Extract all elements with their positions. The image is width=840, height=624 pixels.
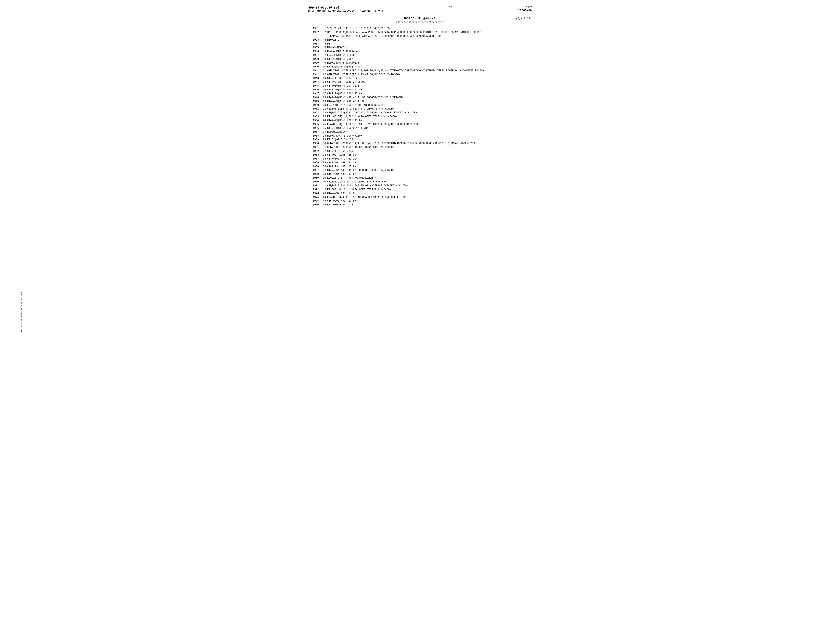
row-num2: 8 (320, 57, 327, 61)
table-row: 195424С147=29(ВП)! 760! 17,8• (308, 119, 532, 122)
row-num1: 1952 (308, 111, 320, 115)
row-content: С121=1791! 0,6! ! СТОИМОСТЬ М/К КОЛОНН• (327, 180, 532, 184)
row-num2: 5 (320, 46, 327, 49)
row-num2: 45 (320, 199, 327, 203)
row-num2: 28 (320, 134, 327, 138)
row-content: СТЦ142(Р19)! 0,6! 4о9•15,6! МАСЛЯНАЯ ОКР… (327, 184, 532, 188)
row-num1: 1953 (308, 115, 320, 119)
row-content: Р3• (327, 42, 532, 46)
row-num1: 1970 (308, 180, 320, 184)
table-row: 194515С147=10(ВП)! 10! 32,1• (308, 84, 532, 88)
row-num1: 1933 (308, 38, 320, 42)
row-num2: 20 (320, 103, 327, 107)
row-content: Е7=<85(ВП)! 0,76! ! УСТАНОВКА СТАЛЬНЫХ Н… (327, 115, 532, 119)
table-row: 195828П2#КАРКАС ;В ОСЯХ4=13#• (308, 134, 532, 138)
row-num2: 4 (320, 42, 327, 46)
row-content: Е7=Ž85! 0,16! ! УСТАНОВКА СТАЛЬНЫХ НАСАС… (327, 188, 532, 192)
row-num2: 16 (320, 88, 327, 92)
row-content: С147=29(ВП)! 562•951! 17,8• (327, 127, 532, 130)
row-content: Н10=16,3• (327, 38, 532, 42)
table-row: 195020Е9=31(ВП)! 1,962! ! МОНТАЖ М/К КОЛ… (308, 103, 532, 107)
row-num2: 17 (320, 92, 327, 96)
row-num1: 1959 (308, 138, 320, 142)
row-content: С147=26(ВП)! 300! 41,3• (327, 88, 532, 92)
row-num1: 1936 (308, 49, 320, 53)
row-content: Е7=32(А2=3,6)! 22• (327, 138, 532, 142)
table-row: 194919С147=29(ВП)! 492,4! 17,8• (308, 100, 532, 103)
row-content: С147=29(ВП)! 760! 17,8• (327, 119, 532, 122)
row-num1: 1940 (308, 65, 320, 69)
row-content: Е7==<85(ВП)! 0,266• (327, 53, 532, 57)
row-num2: 27 (320, 130, 327, 134)
row-num2: 37 (320, 168, 327, 172)
table-row: 194616С147=26(ВП)! 300! 41,3• (308, 88, 532, 92)
section-underline: р3==со2=в9=д=ос=обо=о=5=е=ос=е= (364, 21, 476, 23)
table-row: 196939Е9=31! 0,6! ! МОНТАЖ М/К КОЛОНН• (308, 176, 532, 180)
row-content: П2#КАРКАС В ОСЯХ1=34• (327, 49, 532, 53)
row-content: 60Б=70001 ССП9=5! 13,6! 80,6! ТОЖЕ ИЗ БМ… (327, 145, 532, 149)
doc-title: 409-15-93с.86 (m) (308, 6, 383, 9)
row-content: ! КАРКАС ВАРИАНТ ТЕМПЕРАТУРА =-20ГР ЦЕЛЬ… (327, 34, 532, 38)
row-num1: 1934 (308, 42, 320, 46)
row-num2: 24 (320, 119, 327, 122)
row-num1: 1956 (308, 127, 320, 130)
section-params: (П,И,Т 33) (476, 17, 532, 20)
data-table: 1931193937! И9ПГВ9! ! ! 1,1! ! ! ! 8437,… (308, 26, 532, 207)
row-content: Е9=31(ВП)! 1,962! ! МОНТАЖ М/К КОЛОНН• (327, 103, 532, 107)
table-row: 197040С121=1791! 0,6! ! СТОИМОСТЬ М/К КО… (308, 180, 532, 184)
row-num2: 31 (320, 145, 327, 149)
section-title-block: ИСХОДНЫЕ ДАННЫЕ р3==со2=в9=д=ос=обо=о=5=… (364, 15, 476, 26)
row-num1: 1932 (308, 31, 320, 34)
row-content: 93937! И9ПГВ9! ! ! 1,1! ! ! ! 8437,89! М… (327, 26, 532, 31)
row-num2: 26 (320, 127, 327, 130)
row-num1: 1938 (308, 57, 320, 61)
row-num1: 1974 (308, 195, 320, 199)
row-num1: 1943 (308, 76, 320, 80)
page-number: 75 (449, 6, 452, 9)
row-num1: 1949 (308, 100, 320, 103)
table-row: 19603060Б=70001 ССП9=5! 1,1! 80,6=0,82,2… (308, 142, 532, 145)
row-num2: 22 (320, 111, 327, 115)
row-num2: 23 (320, 115, 327, 119)
table-row: 196737С147=26г 44Б! 41,3! ДОПОЛНИТЕЛЬНЫЕ… (308, 168, 532, 172)
row-num1: 1948 (308, 96, 320, 100)
row-content: С147=1! 186! 22,9• (327, 149, 532, 153)
row-content: С147=29д 16Б! 17,8• (327, 165, 532, 168)
row-num1: 1944 (308, 80, 320, 84)
header-right-block: 3937 25665-00 (518, 6, 532, 12)
row-num1: 1965 (308, 161, 320, 165)
table-row: ! КАРКАС ВАРИАНТ ТЕМПЕРАТУРА =-20ГР ЦЕЛЬ… (308, 34, 532, 38)
row-num2: 35 (320, 161, 327, 165)
row-num1: 1961 (308, 145, 320, 149)
row-content: С147=1(ВП)! 191,2! 22,9• (327, 76, 532, 80)
table-row: 19322Ю! ² ПРОИЗВОДСТВЕННАЯ БАЗА РЕКСТРОЙ… (308, 31, 532, 34)
row-num2: 44 (320, 195, 327, 199)
row-num1 (308, 34, 320, 38)
row-num1: 1958 (308, 134, 320, 138)
row-num2: 29 (320, 138, 327, 142)
row-num2 (320, 34, 327, 38)
row-num1: 1937 (308, 53, 320, 57)
table-row: 19613160Б=70001 ССП9=5! 13,6! 80,6! ТОЖЕ… (308, 145, 532, 149)
header-left-block: 409-15-93с.86 (m) ПРОГРАММНЫЙ КОМПЛЕКС А… (308, 6, 383, 12)
table-row: 194313С147=1(ВП)! 191,2! 22,9• (308, 76, 532, 80)
row-num2: 42 (320, 188, 327, 192)
row-num2: 39 (320, 176, 327, 180)
table-row: 195727П2#ДОБАВИТЬ#• (308, 130, 532, 134)
row-num1: 1975 (308, 199, 320, 203)
row-num2: 1 (320, 26, 327, 31)
table-row: 19388С147=29(ВП)! 266• (308, 57, 532, 61)
row-num1: 1976 (308, 203, 320, 207)
row-content: С147=26(ВП)! 492,4! 41,3! ДОПОЛНИТЕЛЬНЫЕ… (327, 96, 532, 100)
table-row: 196535С147=26г 168! 41,3• (308, 161, 532, 165)
row-content: С147=8! 1805! 25,00• (327, 153, 532, 157)
row-num1: 1964 (308, 157, 320, 161)
table-row: 196636С147=29д 16Б! 17,8• (308, 165, 532, 168)
row-content: С147=8(ВП)! 1849,2! 25,00• (327, 80, 532, 84)
table-row: 194818С147=26(ВП)! 492,4! 41,3! ДОПОЛНИТ… (308, 96, 532, 100)
table-row: 19399П2#КАРКАС В ОСЯХ4=13#• (308, 61, 532, 65)
row-content: П2#КАРКАС В ОСЯХ4=13#• (327, 61, 532, 65)
row-num2: 33 (320, 153, 327, 157)
row-content: С16Г=29д 44Б! 17,8• (327, 172, 532, 176)
table-row: 197646К! 4ЕКРАНОВА! ! • (308, 203, 532, 207)
